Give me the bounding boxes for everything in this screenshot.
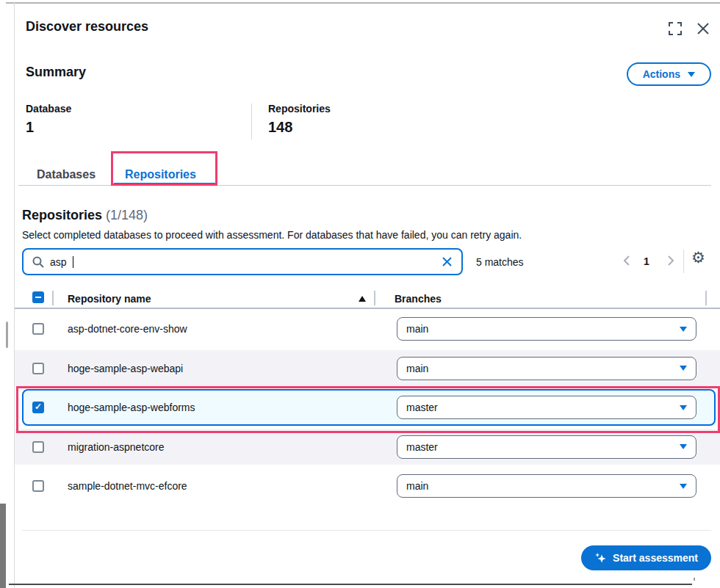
chevron-down-icon xyxy=(680,405,687,410)
stat-database: Database 1 xyxy=(26,103,71,136)
tab-databases[interactable]: Databases xyxy=(37,168,96,181)
summary-heading: Summary xyxy=(26,65,86,80)
repository-name: migration-aspnetcore xyxy=(68,441,165,453)
repository-name: hoge-sample-asp-webforms xyxy=(68,402,195,413)
branch-select[interactable]: main xyxy=(397,317,696,341)
start-assessment-button[interactable]: Start assessment xyxy=(581,545,711,570)
stat-value: 1 xyxy=(26,119,71,136)
branch-select[interactable]: main xyxy=(397,474,696,498)
column-header-branches[interactable]: Branches xyxy=(395,293,442,305)
stat-repositories: Repositories 148 xyxy=(268,103,331,136)
chevron-down-icon xyxy=(680,327,687,332)
active-tab-underline xyxy=(113,183,216,186)
close-icon[interactable] xyxy=(694,19,713,38)
branch-select-value: main xyxy=(406,323,428,335)
toolbar-divider xyxy=(683,250,684,273)
table-row[interactable]: asp-dotnet-core-env-show main xyxy=(15,309,720,349)
table-heading-text: Repositories xyxy=(22,208,102,222)
chevron-down-icon xyxy=(680,366,687,371)
table-body: asp-dotnet-core-env-show main hoge-sampl… xyxy=(15,309,720,506)
column-header-repository-name[interactable]: Repository name xyxy=(68,293,151,305)
cursor-artifact xyxy=(694,578,695,581)
stat-value: 148 xyxy=(268,119,331,136)
table-row[interactable]: migration-aspnetcore master xyxy=(15,427,720,466)
chevron-right-icon[interactable] xyxy=(664,254,676,270)
row-checkbox[interactable] xyxy=(32,480,44,492)
stat-divider xyxy=(251,104,252,139)
chevron-down-icon xyxy=(680,484,687,489)
text-cursor xyxy=(73,256,73,268)
select-all-checkbox[interactable] xyxy=(32,291,44,303)
actions-button[interactable]: Actions xyxy=(627,62,711,86)
expand-icon[interactable] xyxy=(667,21,683,37)
stat-label: Repositories xyxy=(268,103,331,115)
clear-search-icon[interactable] xyxy=(442,256,453,267)
table-counter: (1/148) xyxy=(106,208,148,222)
page-title: Discover resources xyxy=(26,19,148,35)
search-icon xyxy=(32,256,44,268)
window-top-edge xyxy=(6,2,720,4)
window-bottom-edge xyxy=(9,584,692,585)
search-input[interactable]: asp xyxy=(22,248,463,275)
row-checkbox[interactable] xyxy=(32,402,44,413)
chevron-down-icon xyxy=(688,72,695,77)
branch-select[interactable]: main xyxy=(397,357,696,380)
branch-select-value: main xyxy=(406,480,428,492)
table-row[interactable]: hoge-sample-asp-webforms master xyxy=(15,388,720,427)
column-divider xyxy=(705,291,707,305)
branch-select-value: master xyxy=(406,441,438,453)
chevron-left-icon[interactable] xyxy=(622,254,633,270)
branch-select[interactable]: master xyxy=(397,435,696,459)
footer-divider xyxy=(22,530,711,531)
chevron-down-icon xyxy=(680,444,687,449)
branch-select-value: master xyxy=(406,402,438,413)
table-row[interactable]: sample-dotnet-mvc-efcore main xyxy=(15,466,720,506)
sparkle-icon xyxy=(594,552,607,565)
column-divider xyxy=(374,291,375,305)
row-checkbox[interactable] xyxy=(32,441,44,453)
start-assessment-label: Start assessment xyxy=(613,552,698,564)
tab-repositories[interactable]: Repositories xyxy=(125,168,196,181)
repository-name: sample-dotnet-mvc-efcore xyxy=(68,480,187,492)
branch-select[interactable]: master xyxy=(397,396,696,419)
stat-label: Database xyxy=(26,103,71,115)
repository-name: hoge-sample-asp-webapi xyxy=(68,363,183,374)
row-checkbox[interactable] xyxy=(32,363,44,374)
table-description: Select completed databases to proceed wi… xyxy=(22,229,522,241)
scrollbar-thumb-small[interactable] xyxy=(6,322,8,348)
row-checkbox[interactable] xyxy=(32,323,44,335)
table-row[interactable]: hoge-sample-asp-webapi main xyxy=(15,349,720,388)
pagination-page[interactable]: 1 xyxy=(644,255,649,267)
match-count: 5 matches xyxy=(476,256,524,268)
search-value: asp xyxy=(50,256,67,268)
column-divider xyxy=(52,291,54,305)
sort-ascending-icon[interactable] xyxy=(359,296,366,302)
scrollbar-thumb[interactable] xyxy=(0,504,6,588)
table-heading: Repositories (1/148) xyxy=(22,208,148,223)
actions-button-label: Actions xyxy=(643,68,680,80)
branch-select-value: main xyxy=(406,363,428,374)
gear-icon[interactable]: ⚙ xyxy=(691,250,705,266)
repository-name: asp-dotnet-core-env-show xyxy=(68,323,187,335)
